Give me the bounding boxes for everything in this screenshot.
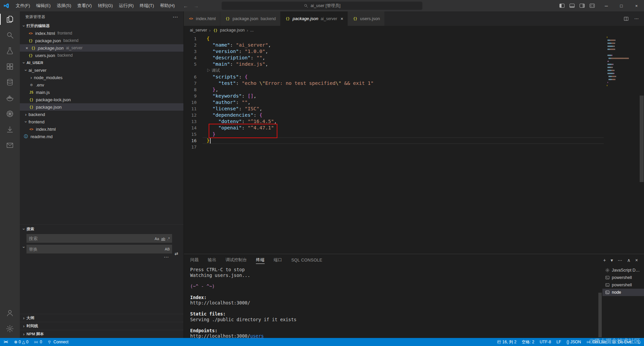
breadcrumb-item[interactable]: {}package.json xyxy=(213,28,245,33)
editor-scrollbar[interactable] xyxy=(640,96,644,182)
activitybar-extensions[interactable] xyxy=(0,59,20,74)
terminal-output[interactable]: Press CTRL-C to stopWatching users.json.… xyxy=(184,266,602,338)
tree-item[interactable]: ›node_modules xyxy=(20,74,183,81)
close-icon[interactable]: × xyxy=(340,16,343,21)
panel-tab[interactable]: 输出 xyxy=(208,254,217,266)
panel-tab[interactable]: 问题 xyxy=(190,254,199,266)
terminal-list-item[interactable]: JavaScript D… xyxy=(602,267,644,274)
panel-close-icon[interactable]: × xyxy=(635,257,638,263)
forward-icon[interactable]: → xyxy=(194,3,199,9)
activitybar-testing[interactable] xyxy=(0,43,20,59)
tab[interactable]: {}package.jsonai_server× xyxy=(280,11,348,26)
tree-item[interactable]: ›ai_server xyxy=(20,66,183,74)
code-line[interactable]: 3 "version": "1.0.0", xyxy=(184,48,604,55)
toggle-sidebar-icon[interactable] xyxy=(559,4,565,8)
open-editor-item[interactable]: <>index.htmlfrontend xyxy=(20,30,183,37)
panel-tab[interactable]: 端口 xyxy=(274,254,282,266)
open-editors-header[interactable]: › 打开的编辑器 xyxy=(20,22,183,30)
sidebar-section-时间线[interactable]: ›时间线 xyxy=(20,322,183,330)
activitybar-remote-explorer[interactable] xyxy=(0,122,20,137)
menu-item[interactable]: 查看(V) xyxy=(74,0,95,11)
minimap[interactable] xyxy=(606,37,639,91)
toggle-secondary-sidebar-icon[interactable] xyxy=(580,4,585,8)
code-editor[interactable]: 1{2 "name": "ai_server",3 "version": "1.… xyxy=(184,35,644,254)
menu-item[interactable]: 文件(F) xyxy=(13,0,33,11)
breadcrumb-item[interactable]: ... xyxy=(250,28,254,33)
status-eol[interactable]: LF xyxy=(554,338,564,346)
menu-item[interactable]: 编辑(E) xyxy=(33,0,54,11)
editor-actions-more-icon[interactable]: ⋯ xyxy=(634,16,639,21)
tree-item[interactable]: ›backend xyxy=(20,111,183,118)
launch-profile-dropdown-icon[interactable]: ▾ xyxy=(611,257,613,263)
code-line[interactable]: 10 "author": "", xyxy=(184,99,604,106)
sidebar-more-icon[interactable]: ⋯ xyxy=(173,14,178,20)
back-icon[interactable]: ← xyxy=(183,3,188,9)
menu-item[interactable]: 终端(T) xyxy=(137,0,157,11)
code-line[interactable]: 11 "license": "ISC", xyxy=(184,106,604,112)
search-more-icon[interactable]: ⋯ xyxy=(164,254,169,260)
open-editor-item[interactable]: {}package.jsonbackend xyxy=(20,37,183,44)
panel-maximize-icon[interactable]: ∧ xyxy=(627,257,631,263)
terminal-list-item[interactable]: powershell xyxy=(602,274,644,281)
activitybar-settings[interactable] xyxy=(0,321,20,337)
search-input[interactable] xyxy=(29,236,153,241)
customize-layout-icon[interactable] xyxy=(590,4,595,8)
tree-item[interactable]: JSmain.js xyxy=(20,89,183,96)
code-line[interactable]: 2 "name": "ai_server", xyxy=(184,42,604,48)
code-line[interactable]: 16} xyxy=(184,137,604,144)
terminal-list-item[interactable]: powershell xyxy=(602,281,644,289)
code-line[interactable]: 12 "dependencies": { xyxy=(184,112,604,118)
tree-item[interactable]: ›frontend xyxy=(20,118,183,125)
activitybar-search[interactable] xyxy=(0,27,20,43)
terminal-link[interactable]: users xyxy=(250,333,264,339)
activitybar-kubernetes[interactable] xyxy=(0,106,20,122)
status-problems[interactable]: ⊗ 0 △ 0 xyxy=(11,338,31,346)
close-icon[interactable]: × xyxy=(23,46,31,51)
command-center-search[interactable]: ai_user [管理员] xyxy=(221,1,423,10)
panel-tab[interactable]: 终端 xyxy=(256,254,265,266)
code-line[interactable]: 4 "description": "", xyxy=(184,55,604,61)
menu-item[interactable]: 转到(G) xyxy=(95,0,116,11)
code-line[interactable]: 5 "main": "index.js", xyxy=(184,61,604,67)
activitybar-accounts[interactable] xyxy=(0,305,20,321)
tree-item[interactable]: ⚙.env xyxy=(20,81,183,89)
match-case-icon[interactable]: Aa xyxy=(155,237,159,241)
breadcrumb-item[interactable]: ai_server xyxy=(190,28,207,33)
replace-input[interactable] xyxy=(29,247,163,252)
tab[interactable]: {}package.jsonbackend xyxy=(220,11,280,26)
code-line[interactable]: 1{ xyxy=(184,36,604,42)
open-editor-item[interactable]: ×{}package.jsonai_server xyxy=(20,44,183,52)
split-editor-icon[interactable] xyxy=(624,16,629,21)
tab[interactable]: <>index.html xyxy=(184,11,220,26)
code-line[interactable]: ▷ 调试 xyxy=(184,67,604,74)
code-line[interactable]: 17 xyxy=(184,144,604,150)
panel-more-icon[interactable]: ⋯ xyxy=(618,257,623,263)
code-line[interactable]: 6 "scripts": { xyxy=(184,74,604,80)
new-terminal-icon[interactable]: + xyxy=(603,257,606,263)
status-remote-indicator[interactable]: >< xyxy=(0,338,11,346)
tree-item[interactable]: {}package-lock.json xyxy=(20,96,183,103)
status-sql-connect[interactable]: Connect xyxy=(45,338,71,346)
tab[interactable]: {}users.json xyxy=(348,11,384,26)
codelens-label[interactable]: 调试 xyxy=(212,68,220,73)
status-ports[interactable]: 0 xyxy=(31,338,45,346)
status-indentation[interactable]: 空格: 2 xyxy=(519,338,537,346)
code-line[interactable]: 9 "keywords": [], xyxy=(184,93,604,99)
menu-item[interactable]: 帮助(H) xyxy=(157,0,178,11)
sidebar-section-大纲[interactable]: ›大纲 xyxy=(20,314,183,322)
sidebar-section-NPM 脚本[interactable]: ›NPM 脚本 xyxy=(20,330,183,338)
tree-item[interactable]: ⓘreadme.md xyxy=(20,133,183,140)
terminal-scrollbar[interactable] xyxy=(598,293,602,337)
minimize-button[interactable]: ─ xyxy=(599,0,614,11)
workspace-root-header[interactable]: › AI_USER xyxy=(20,59,183,66)
close-button[interactable]: × xyxy=(629,0,644,11)
open-editor-item[interactable]: {}users.jsonbackend xyxy=(20,52,183,59)
menu-item[interactable]: 运行(R) xyxy=(116,0,137,11)
replace-all-icon[interactable]: ⇄ xyxy=(175,251,178,256)
tree-item[interactable]: <>index.html xyxy=(20,125,183,133)
code-line[interactable]: 7 "test": "echo \"Error: no test specifi… xyxy=(184,80,604,86)
activitybar-feedback[interactable] xyxy=(0,137,20,153)
panel-tab[interactable]: 调试控制台 xyxy=(225,254,247,266)
tree-item[interactable]: {}package.json xyxy=(20,103,183,111)
preserve-case-icon[interactable]: AB xyxy=(165,247,170,251)
